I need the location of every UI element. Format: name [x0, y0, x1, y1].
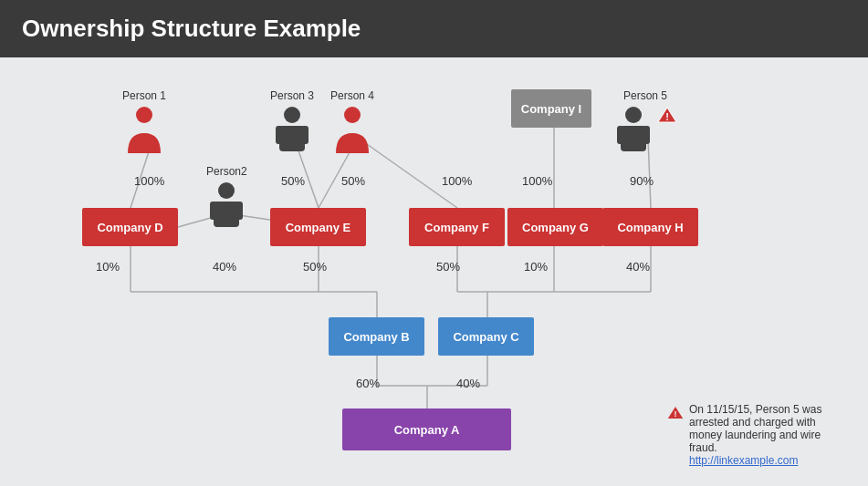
person-1: Person 1 — [122, 89, 166, 153]
svg-point-22 — [136, 107, 152, 123]
company-G: Company G — [507, 208, 603, 246]
person-3-label: Person 3 — [270, 89, 314, 102]
company-B: Company B — [329, 317, 424, 356]
svg-rect-29 — [621, 126, 646, 151]
svg-rect-31 — [643, 126, 650, 144]
person-3: Person 3 — [270, 89, 314, 153]
page-title: Ownership Structure Example — [22, 15, 361, 42]
svg-text:!: ! — [675, 409, 677, 419]
svg-point-23 — [284, 107, 300, 123]
person-3-icon — [272, 106, 312, 153]
pct-p1-compD: 100% — [134, 174, 164, 188]
pct-p2-lower: 40% — [213, 260, 236, 274]
pct-compB-compA: 60% — [356, 377, 380, 390]
company-D: Company D — [82, 208, 178, 246]
pct-compG-lower: 10% — [524, 260, 548, 274]
pct-compC-compA: 40% — [456, 377, 480, 390]
header: Ownership Structure Example — [0, 0, 868, 57]
warning-icon-person5: ! — [657, 106, 677, 124]
pct-p4-compF: 100% — [442, 174, 472, 188]
svg-rect-36 — [210, 202, 217, 220]
svg-point-27 — [344, 107, 361, 123]
pct-compI-compG: 100% — [522, 174, 552, 188]
svg-rect-24 — [279, 126, 305, 151]
person-1-label: Person 1 — [122, 89, 166, 102]
pct-compH-lower: 40% — [626, 260, 650, 274]
svg-point-34 — [218, 182, 235, 199]
pct-compF-lower: 50% — [436, 260, 460, 274]
pct-compE-lower: 50% — [303, 260, 327, 274]
person-2-label: Person2 — [206, 165, 247, 178]
svg-text:!: ! — [665, 111, 669, 122]
pct-p5-compH: 90% — [630, 174, 654, 188]
notice-link[interactable]: http://linkexample.com — [689, 454, 798, 467]
svg-rect-26 — [301, 126, 309, 144]
notice-text: On 11/15/15, Person 5 was arrested and c… — [689, 403, 821, 454]
svg-rect-30 — [617, 126, 624, 144]
main-content: Person 1 Person 3 Person 4 Person 5 — [0, 57, 868, 485]
person-1-icon — [124, 106, 164, 153]
company-A: Company A — [342, 408, 511, 450]
svg-rect-25 — [276, 126, 283, 144]
person-4-icon — [332, 106, 372, 153]
company-C: Company C — [438, 317, 534, 356]
person-2-icon — [206, 181, 246, 229]
company-F: Company F — [409, 208, 505, 246]
person-5-label: Person 5 — [623, 89, 667, 102]
pct-p4-compE: 50% — [341, 174, 365, 188]
company-H: Company H — [602, 208, 698, 246]
company-E: Company E — [270, 208, 366, 246]
person-5: Person 5 ! — [613, 89, 677, 153]
company-I: Company I — [511, 89, 591, 128]
person-2: Person2 — [206, 165, 247, 229]
svg-rect-35 — [214, 202, 239, 227]
pct-compD-lower: 10% — [96, 260, 120, 274]
warning-icon-notice: ! — [667, 405, 684, 420]
pct-p3-compE: 50% — [281, 174, 305, 188]
person-5-icon — [613, 106, 654, 153]
person-4: Person 4 — [330, 89, 374, 153]
notice-box: ! On 11/15/15, Person 5 was arrested and… — [667, 403, 850, 467]
svg-rect-37 — [235, 202, 243, 220]
svg-point-28 — [625, 107, 642, 123]
person-4-label: Person 4 — [330, 89, 374, 102]
